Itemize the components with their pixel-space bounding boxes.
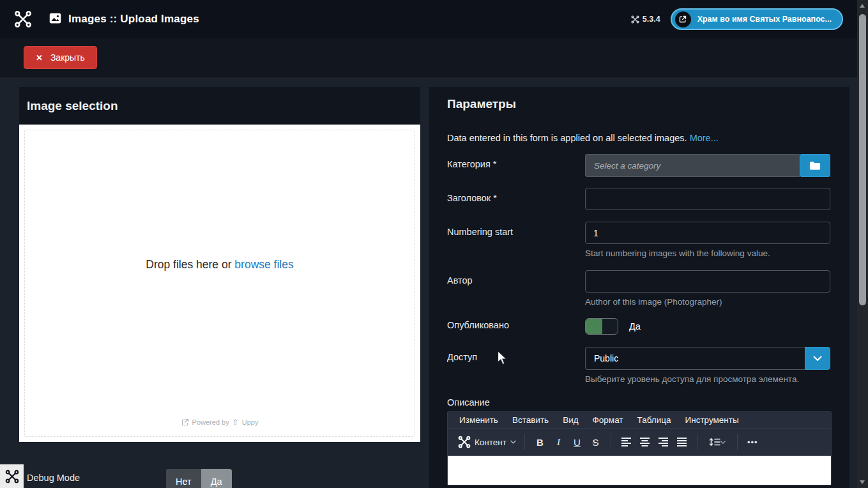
joomla-mini-icon	[458, 436, 471, 448]
menu-format[interactable]: Формат	[593, 415, 623, 425]
numbering-label: Numbering start	[447, 222, 585, 258]
access-select[interactable]: Public	[585, 347, 805, 370]
published-label: Опубликовано	[447, 318, 585, 335]
parameters-panel: Параметры Data entered in this form is a…	[429, 87, 849, 488]
align-center-icon	[640, 438, 650, 446]
dropzone-text: Drop files here or browse files	[19, 257, 420, 271]
scrollbar-down-arrow[interactable]	[860, 480, 865, 484]
category-select-field[interactable]: Select a category	[585, 154, 800, 177]
category-label: Категория *	[447, 154, 585, 177]
joomla-logo-icon	[5, 469, 19, 484]
align-center-button[interactable]	[636, 432, 654, 452]
action-toolbar: ✕ Закрыть	[0, 38, 857, 77]
published-state: Да	[629, 321, 641, 332]
scrollbar-up-arrow[interactable]	[860, 4, 865, 8]
title-row: Заголовок *	[447, 188, 832, 210]
align-left-button[interactable]	[617, 432, 636, 452]
joomla-version: 5.3.4	[631, 15, 660, 24]
powered-by-text: Powered by	[192, 418, 229, 426]
browse-files-link[interactable]: browse files	[234, 257, 293, 270]
vertical-scrollbar	[857, 0, 868, 488]
debug-mode-toggle-group: Нет Да	[166, 469, 232, 488]
chevron-down-icon	[510, 440, 516, 444]
access-label: Доступ	[447, 347, 585, 384]
file-dropzone[interactable]: Drop files here or browse files Powered …	[19, 125, 420, 442]
author-input[interactable]	[585, 270, 830, 293]
published-row: Опубликовано Да	[447, 318, 832, 335]
author-row: Автор Author of this image (Photographer…	[447, 270, 832, 307]
toolbar-separator	[611, 434, 611, 450]
category-row: Категория * Select a category	[447, 154, 832, 177]
access-dropdown-button[interactable]	[805, 347, 830, 370]
powered-by-uppy-link[interactable]: Powered by ⇧ Uppy	[19, 418, 420, 427]
editor-toolbar: Контент B I U S	[448, 428, 831, 455]
scrollbar-thumb[interactable]	[859, 14, 866, 305]
close-icon: ✕	[36, 53, 43, 63]
access-hint: Выберите уровень доступа для просмотра э…	[585, 374, 830, 384]
toolbar-separator	[697, 434, 697, 450]
editor-menubar: Изменить Вставить Вид Формат Таблица Инс…	[448, 412, 831, 428]
align-right-button[interactable]	[654, 432, 673, 452]
menu-view[interactable]: Вид	[563, 415, 578, 425]
more-toolbar-button[interactable]: •••	[743, 438, 762, 447]
chevron-down-icon	[813, 356, 822, 362]
align-left-icon	[621, 438, 632, 446]
image-selection-title: Image selection	[19, 87, 420, 125]
joomla-logo-icon[interactable]	[14, 10, 32, 28]
italic-button[interactable]: I	[549, 432, 568, 452]
published-toggle[interactable]	[585, 318, 618, 335]
folder-icon	[809, 161, 821, 171]
chevron-down-icon	[720, 441, 726, 444]
page-title-wrap: Images :: Upload Images	[49, 11, 199, 27]
title-label: Заголовок *	[447, 188, 585, 210]
external-link-icon	[181, 418, 189, 426]
close-button-label: Закрыть	[50, 52, 85, 63]
content-dropdown-button[interactable]: Контент	[455, 436, 519, 448]
description-label: Описание	[447, 397, 832, 408]
debug-no-button[interactable]: Нет	[166, 469, 201, 488]
header-right: 5.3.4 Храм во имя Святых Равноапос...	[631, 8, 843, 30]
title-input[interactable]	[585, 188, 830, 210]
menu-tools[interactable]: Инструменты	[685, 415, 738, 425]
uppy-label: Uppy	[242, 418, 259, 426]
app-header: Images :: Upload Images 5.3.4 Храм в	[0, 0, 857, 38]
access-row: Доступ Public Выберите уровень доступа д…	[447, 347, 832, 384]
joomla-corner-badge	[0, 464, 24, 488]
menu-edit[interactable]: Изменить	[459, 415, 498, 425]
numbering-input[interactable]	[585, 222, 830, 244]
version-number: 5.3.4	[643, 15, 660, 24]
debug-mode-label: Debug Mode	[27, 473, 80, 483]
preview-site-button[interactable]: Храм во имя Святых Равноапос...	[671, 8, 843, 30]
more-link[interactable]: More...	[690, 133, 719, 143]
parameters-title: Параметры	[447, 97, 832, 111]
drop-files-text: Drop files here or	[146, 257, 234, 270]
external-link-icon	[675, 11, 691, 27]
joomla-mini-icon	[631, 15, 639, 24]
category-browse-button[interactable]	[800, 154, 830, 177]
page-title: Images :: Upload Images	[68, 13, 199, 26]
toolbar-separator	[737, 434, 738, 450]
content-dropdown-label: Контент	[475, 438, 506, 447]
align-right-icon	[659, 438, 669, 446]
image-icon	[49, 11, 62, 27]
strikethrough-button[interactable]: S	[586, 432, 605, 452]
menu-table[interactable]: Таблица	[637, 415, 671, 425]
upload-images-modal: Images :: Upload Images 5.3.4 Храм в	[0, 0, 868, 488]
editor-content[interactable]	[448, 455, 831, 485]
debug-yes-button[interactable]: Да	[201, 469, 232, 488]
line-height-button[interactable]	[703, 432, 731, 452]
underline-button[interactable]: U	[568, 432, 586, 452]
intro-sentence: Data entered in this form is applied on …	[447, 133, 690, 143]
author-label: Автор	[447, 270, 585, 307]
line-height-icon	[709, 438, 720, 446]
menu-insert[interactable]: Вставить	[512, 415, 549, 425]
align-justify-icon	[677, 438, 687, 446]
image-selection-panel: Image selection Drop files here or brows…	[19, 87, 420, 442]
uppy-logo-icon: ⇧	[232, 418, 239, 427]
close-button[interactable]: ✕ Закрыть	[24, 46, 97, 69]
site-name: Храм во имя Святых Равноапос...	[697, 15, 832, 24]
bold-button[interactable]: B	[531, 432, 549, 452]
author-hint: Author of this image (Photographer)	[585, 297, 830, 307]
align-justify-button[interactable]	[673, 432, 691, 452]
toolbar-separator	[524, 434, 525, 450]
